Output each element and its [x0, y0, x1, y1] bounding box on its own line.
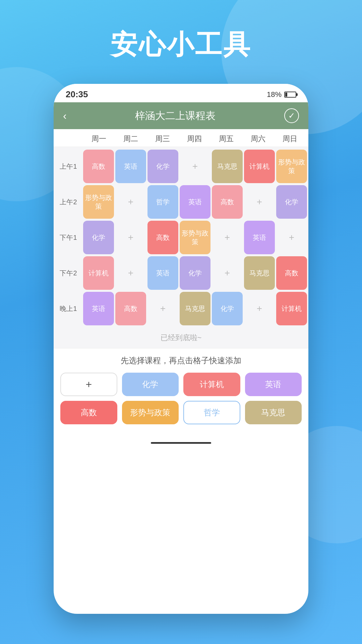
course-cell[interactable]: 形势与政策 — [83, 185, 114, 219]
course-cell[interactable]: 马克思 — [212, 150, 243, 183]
home-bar-line — [151, 442, 211, 444]
empty-cell[interactable]: + — [115, 221, 146, 254]
notch — [151, 84, 211, 94]
picker-course-btn[interactable]: + — [60, 373, 117, 396]
picker-course-btn[interactable]: 计算机 — [183, 373, 240, 396]
picker-course-btn[interactable]: 高数 — [60, 401, 117, 424]
time-label: 上午2 — [55, 185, 82, 219]
course-cell[interactable]: 英语 — [244, 221, 275, 254]
time-label: 下午1 — [55, 221, 82, 254]
picker-row-1: +化学计算机英语 — [60, 373, 302, 396]
day-headers: 周一 周二 周三 周四 周五 周六 周日 — [54, 129, 308, 147]
picker-course-btn[interactable]: 形势与政策 — [122, 401, 179, 424]
check-icon: ✓ — [288, 111, 295, 120]
course-cell[interactable]: 高数 — [115, 292, 146, 325]
course-cell[interactable]: 形势与政策 — [180, 221, 210, 254]
course-cell[interactable]: 化学 — [147, 150, 178, 183]
picker-course-btn[interactable]: 化学 — [122, 373, 179, 396]
home-bar — [54, 439, 308, 449]
picker-course-btn[interactable]: 马克思 — [245, 401, 302, 424]
picker-hint: 先选择课程，再点击格子快速添加 — [60, 355, 302, 366]
course-cell[interactable]: 哲学 — [147, 185, 178, 219]
empty-cell[interactable]: + — [180, 150, 210, 183]
battery-percent: 18% — [267, 90, 282, 99]
time-display: 20:35 — [66, 89, 88, 100]
picker-course-btn[interactable]: 哲学 — [183, 401, 240, 424]
day-fri: 周五 — [210, 134, 242, 144]
course-cell[interactable]: 化学 — [276, 185, 307, 219]
course-cell[interactable]: 马克思 — [180, 292, 210, 325]
day-sun: 周日 — [274, 134, 306, 144]
confirm-button[interactable]: ✓ — [284, 108, 299, 123]
empty-cell[interactable]: + — [276, 221, 307, 254]
empty-cell[interactable]: + — [212, 221, 243, 254]
picker-course-btn[interactable]: 英语 — [245, 373, 302, 396]
time-label: 下午2 — [55, 256, 82, 290]
empty-cell[interactable]: + — [212, 256, 243, 290]
time-row: 晚上1英语高数+马克思化学+计算机 — [55, 292, 307, 325]
course-cell[interactable]: 形势与政策 — [276, 150, 307, 183]
schedule-area: 上午1高数英语化学+马克思计算机形势与政策上午2形势与政策+哲学英语高数+化学下… — [54, 147, 308, 348]
course-cell[interactable]: 英语 — [147, 256, 178, 290]
course-cell[interactable]: 计算机 — [83, 256, 114, 290]
time-row: 下午1化学+高数形势与政策+英语+ — [55, 221, 307, 254]
day-thu: 周四 — [179, 134, 210, 144]
picker-row-2: 高数形势与政策哲学马克思 — [60, 401, 302, 424]
time-row: 上午1高数英语化学+马克思计算机形势与政策 — [55, 150, 307, 183]
back-button[interactable]: ‹ — [63, 110, 67, 122]
course-cell[interactable]: 计算机 — [276, 292, 307, 325]
empty-cell[interactable]: + — [244, 292, 275, 325]
course-cell[interactable]: 化学 — [180, 256, 210, 290]
time-row: 上午2形势与政策+哲学英语高数+化学 — [55, 185, 307, 219]
course-cell[interactable]: 高数 — [212, 185, 243, 219]
course-cell[interactable]: 化学 — [83, 221, 114, 254]
time-label: 晚上1 — [55, 292, 82, 325]
time-label: 上午1 — [55, 150, 82, 183]
course-cell[interactable]: 高数 — [83, 150, 114, 183]
course-picker: 先选择课程，再点击格子快速添加 +化学计算机英语 高数形势与政策哲学马克思 — [54, 348, 308, 439]
day-wed: 周三 — [147, 134, 179, 144]
course-cell[interactable]: 高数 — [147, 221, 178, 254]
day-tue: 周二 — [115, 134, 147, 144]
course-cell[interactable]: 马克思 — [244, 256, 275, 290]
day-mon: 周一 — [83, 134, 115, 144]
battery-icon — [284, 92, 296, 98]
day-sat: 周六 — [242, 134, 274, 144]
course-cell[interactable]: 英语 — [83, 292, 114, 325]
empty-cell[interactable]: + — [115, 185, 146, 219]
battery-status: 18% — [267, 90, 296, 99]
header-bar: ‹ 梓涵大二上课程表 ✓ — [54, 102, 308, 129]
course-cell[interactable]: 英语 — [115, 150, 146, 183]
course-cell[interactable]: 英语 — [180, 185, 210, 219]
empty-cell[interactable]: + — [147, 292, 178, 325]
empty-cell[interactable]: + — [244, 185, 275, 219]
empty-cell[interactable]: + — [115, 256, 146, 290]
course-cell[interactable]: 高数 — [276, 256, 307, 290]
course-cell[interactable]: 计算机 — [244, 150, 275, 183]
bottom-text: 已经到底啦~ — [55, 327, 307, 345]
time-row: 下午2计算机+英语化学+马克思高数 — [55, 256, 307, 290]
schedule-title: 梓涵大二上课程表 — [135, 109, 216, 123]
course-cell[interactable]: 化学 — [212, 292, 243, 325]
phone-frame: 20:35 18% ‹ 梓涵大二上课程表 ✓ 周一 周二 周三 周四 周五 周六… — [54, 84, 308, 614]
